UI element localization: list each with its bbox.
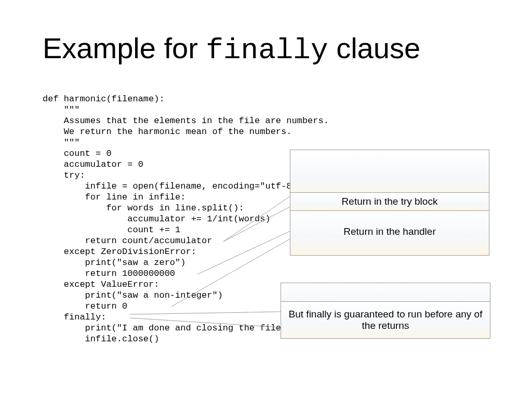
callout-finally-text: But finally is guaranteed to run before … [285,309,486,331]
slide: Example for finally clause def harmonic(… [0,0,532,399]
title-pre: Example for [43,32,206,64]
slide-title: Example for finally clause [43,31,420,67]
callout-return-try-text: Return in the try block [342,196,438,207]
callout-finally-note: But finally is guaranteed to run before … [281,301,490,339]
callout-return-try: Return in the try block [290,192,489,211]
callout-box-upper [290,150,489,197]
callout-return-handler: Return in the handler [290,208,489,256]
title-mono: finally [206,34,328,67]
callout-return-handler-text: Return in the handler [343,226,435,237]
title-post: clause [328,32,420,64]
